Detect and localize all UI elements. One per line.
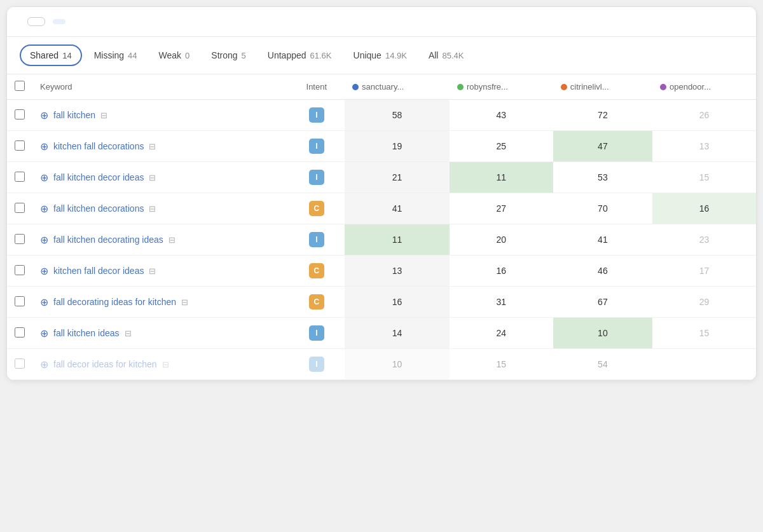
citrine-value: 53	[553, 162, 652, 193]
table-icon: ⊟	[149, 142, 156, 151]
row-checkbox[interactable]	[15, 172, 25, 182]
tab-label: Strong	[211, 50, 237, 60]
opendoor-value: 26	[652, 100, 756, 131]
col-header-opendoor: opendoor...	[652, 74, 756, 100]
tab-missing[interactable]: Missing44	[85, 45, 147, 65]
row-checkbox-cell	[7, 318, 32, 349]
keyword-link[interactable]: ⊕ fall kitchen decorations ⊟	[40, 203, 281, 215]
keyword-text: fall kitchen decorating ideas	[53, 235, 163, 245]
tab-weak[interactable]: Weak0	[149, 45, 200, 65]
tab-label: Untapped	[268, 50, 306, 60]
keyword-cell: ⊕ fall kitchen ideas ⊟	[32, 318, 289, 349]
add-keyword-icon: ⊕	[40, 172, 48, 184]
col-header-robyns: robynsfre...	[450, 74, 553, 100]
tab-count: 5	[242, 51, 246, 60]
tab-label: Missing	[94, 50, 124, 60]
row-checkbox[interactable]	[15, 140, 25, 151]
opendoor-value: 16	[652, 193, 756, 224]
row-checkbox[interactable]	[15, 358, 25, 369]
row-checkbox[interactable]	[15, 234, 25, 244]
tab-shared[interactable]: Shared14	[20, 44, 82, 66]
row-checkbox-cell	[7, 349, 32, 380]
row-checkbox-cell	[7, 131, 32, 162]
citrine-value: 47	[553, 131, 652, 162]
keyword-link[interactable]: ⊕ fall kitchen ideas ⊟	[40, 327, 281, 339]
table-icon: ⊟	[125, 329, 132, 338]
add-keyword-icon: ⊕	[40, 234, 48, 246]
tab-unique[interactable]: Unique14.9K	[344, 45, 416, 65]
citrine-value: 70	[553, 193, 652, 224]
account-dropdown[interactable]	[27, 17, 45, 26]
tab-label: All	[429, 50, 439, 60]
intent-badge: C	[309, 201, 324, 216]
keyword-text: kitchen fall decor ideas	[53, 266, 144, 276]
sanctuary-value: 19	[345, 131, 450, 162]
citrine-value: 72	[553, 100, 652, 131]
tab-strong[interactable]: Strong5	[202, 45, 255, 65]
intent-badge: C	[309, 294, 324, 310]
row-checkbox[interactable]	[15, 265, 25, 275]
col-header-keyword: Keyword	[32, 74, 289, 100]
keyword-text: fall decorating ideas for kitchen	[53, 297, 176, 307]
keyword-text: kitchen fall decorations	[53, 141, 144, 151]
citrine-value: 41	[553, 224, 652, 256]
row-checkbox[interactable]	[15, 109, 25, 119]
dot-opendoor	[660, 84, 666, 90]
tab-all[interactable]: All85.4K	[419, 45, 474, 65]
robyns-value: 25	[450, 131, 553, 162]
row-checkbox[interactable]	[15, 203, 25, 213]
add-keyword-icon: ⊕	[40, 109, 48, 121]
intent-cell: I	[289, 131, 345, 162]
dot-citrine	[561, 84, 567, 90]
intent-badge: I	[309, 325, 324, 341]
row-checkbox-cell	[7, 162, 32, 193]
intent-badge: I	[309, 107, 324, 123]
keyword-link[interactable]: ⊕ kitchen fall decor ideas ⊟	[40, 265, 281, 277]
intent-cell: I	[289, 162, 345, 193]
add-keyword-icon: ⊕	[40, 265, 48, 277]
keyword-table-wrapper: KeywordIntent sanctuary... robynsfre... …	[7, 74, 756, 380]
robyns-value: 16	[450, 256, 553, 287]
table-row: ⊕ fall kitchen decor ideas ⊟ I21115315	[7, 162, 756, 193]
tab-untapped[interactable]: Untapped61.6K	[258, 45, 341, 65]
add-keyword-icon: ⊕	[40, 296, 48, 308]
sanctuary-value: 21	[345, 162, 450, 193]
col-header-citrine: citrinelivl...	[553, 74, 652, 100]
dot-robyns	[457, 84, 464, 90]
table-row: ⊕ fall kitchen decorations ⊟ C41277016	[7, 193, 756, 224]
keyword-link[interactable]: ⊕ fall decor ideas for kitchen ⊟	[40, 358, 281, 371]
table-row: ⊕ fall kitchen ⊟ I58437226	[7, 100, 756, 131]
citrine-value: 10	[553, 318, 652, 349]
keyword-text: fall kitchen ideas	[53, 328, 120, 338]
intent-cell: C	[289, 193, 345, 224]
intent-badge: I	[309, 170, 324, 185]
row-checkbox[interactable]	[15, 327, 25, 338]
keyword-link[interactable]: ⊕ kitchen fall decorations ⊟	[40, 140, 281, 153]
keyword-cell: ⊕ fall decorating ideas for kitchen ⊟	[32, 287, 289, 318]
intent-cell: I	[289, 318, 345, 349]
sanctuary-value: 16	[345, 287, 450, 318]
keyword-text: fall decor ideas for kitchen	[53, 359, 157, 369]
keyword-link[interactable]: ⊕ fall kitchen ⊟	[40, 109, 281, 121]
sanctuary-value: 58	[345, 100, 450, 131]
table-icon: ⊟	[181, 297, 188, 307]
sanctuary-value: 13	[345, 256, 450, 287]
keyword-link[interactable]: ⊕ fall kitchen decor ideas ⊟	[40, 172, 281, 184]
robyns-value: 27	[450, 193, 553, 224]
col-header-intent: Intent	[289, 74, 345, 100]
select-all-checkbox[interactable]	[15, 81, 25, 91]
row-checkbox-cell	[7, 193, 32, 224]
row-checkbox[interactable]	[15, 296, 25, 306]
keyword-link[interactable]: ⊕ fall kitchen decorating ideas ⊟	[40, 234, 281, 246]
keyword-link[interactable]: ⊕ fall decorating ideas for kitchen ⊟	[40, 296, 281, 308]
col-header-checkbox	[7, 74, 32, 100]
tab-label: Weak	[159, 50, 182, 60]
sanctuary-value: 14	[345, 318, 450, 349]
table-icon: ⊟	[149, 173, 156, 182]
table-row: ⊕ fall decor ideas for kitchen ⊟ I101554	[7, 349, 756, 380]
you-badge	[53, 19, 65, 24]
keyword-cell: ⊕ kitchen fall decor ideas ⊟	[32, 256, 289, 287]
row-checkbox-cell	[7, 100, 32, 131]
table-icon: ⊟	[168, 235, 175, 245]
citrine-value: 67	[553, 287, 652, 318]
